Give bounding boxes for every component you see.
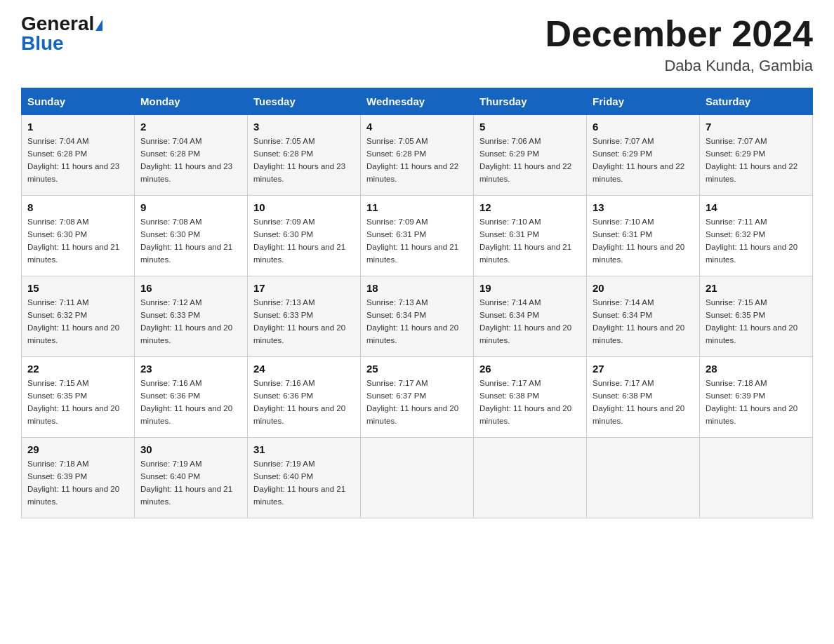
day-info: Sunrise: 7:10 AMSunset: 6:31 PMDaylight:… bbox=[479, 217, 571, 263]
day-info: Sunrise: 7:08 AMSunset: 6:30 PMDaylight:… bbox=[27, 217, 119, 263]
day-number: 8 bbox=[27, 201, 128, 213]
calendar-cell: 25 Sunrise: 7:17 AMSunset: 6:37 PMDaylig… bbox=[361, 357, 474, 438]
day-number: 17 bbox=[253, 282, 355, 294]
day-number: 23 bbox=[140, 363, 241, 375]
calendar-cell: 29 Sunrise: 7:18 AMSunset: 6:39 PMDaylig… bbox=[22, 438, 135, 518]
calendar-cell: 9 Sunrise: 7:08 AMSunset: 6:30 PMDayligh… bbox=[135, 196, 248, 276]
header-saturday: Saturday bbox=[700, 88, 813, 115]
day-info: Sunrise: 7:11 AMSunset: 6:32 PMDaylight:… bbox=[706, 217, 797, 263]
calendar-cell: 21 Sunrise: 7:15 AMSunset: 6:35 PMDaylig… bbox=[700, 276, 813, 357]
day-info: Sunrise: 7:16 AMSunset: 6:36 PMDaylight:… bbox=[253, 379, 345, 424]
day-info: Sunrise: 7:08 AMSunset: 6:30 PMDaylight:… bbox=[140, 217, 232, 263]
month-title: December 2024 bbox=[545, 14, 813, 54]
day-info: Sunrise: 7:07 AMSunset: 6:29 PMDaylight:… bbox=[593, 137, 684, 182]
calendar-cell: 13 Sunrise: 7:10 AMSunset: 6:31 PMDaylig… bbox=[587, 196, 700, 276]
day-number: 10 bbox=[253, 201, 355, 213]
calendar-cell: 26 Sunrise: 7:17 AMSunset: 6:38 PMDaylig… bbox=[474, 357, 587, 438]
day-info: Sunrise: 7:07 AMSunset: 6:29 PMDaylight:… bbox=[706, 137, 797, 182]
calendar-cell bbox=[474, 438, 587, 518]
calendar-week-row: 15 Sunrise: 7:11 AMSunset: 6:32 PMDaylig… bbox=[22, 276, 813, 357]
day-info: Sunrise: 7:12 AMSunset: 6:33 PMDaylight:… bbox=[140, 298, 232, 344]
day-number: 2 bbox=[140, 121, 241, 133]
day-info: Sunrise: 7:13 AMSunset: 6:34 PMDaylight:… bbox=[366, 298, 458, 344]
day-info: Sunrise: 7:05 AMSunset: 6:28 PMDaylight:… bbox=[253, 137, 345, 182]
header-friday: Friday bbox=[587, 88, 700, 115]
day-info: Sunrise: 7:15 AMSunset: 6:35 PMDaylight:… bbox=[706, 298, 797, 344]
day-info: Sunrise: 7:13 AMSunset: 6:33 PMDaylight:… bbox=[253, 298, 345, 344]
day-number: 25 bbox=[366, 363, 468, 375]
day-number: 14 bbox=[706, 201, 807, 213]
day-number: 31 bbox=[253, 443, 355, 455]
calendar-cell: 27 Sunrise: 7:17 AMSunset: 6:38 PMDaylig… bbox=[587, 357, 700, 438]
day-number: 28 bbox=[706, 363, 807, 375]
day-number: 13 bbox=[593, 201, 694, 213]
calendar-cell: 5 Sunrise: 7:06 AMSunset: 6:29 PMDayligh… bbox=[474, 115, 587, 196]
calendar-cell: 4 Sunrise: 7:05 AMSunset: 6:28 PMDayligh… bbox=[361, 115, 474, 196]
title-area: December 2024 Daba Kunda, Gambia bbox=[545, 14, 813, 75]
day-number: 6 bbox=[593, 121, 694, 133]
day-number: 15 bbox=[27, 282, 128, 294]
day-info: Sunrise: 7:09 AMSunset: 6:30 PMDaylight:… bbox=[253, 217, 345, 263]
day-info: Sunrise: 7:04 AMSunset: 6:28 PMDaylight:… bbox=[140, 137, 232, 182]
calendar-cell: 14 Sunrise: 7:11 AMSunset: 6:32 PMDaylig… bbox=[700, 196, 813, 276]
day-number: 30 bbox=[140, 443, 241, 455]
calendar-cell: 20 Sunrise: 7:14 AMSunset: 6:34 PMDaylig… bbox=[587, 276, 700, 357]
day-number: 18 bbox=[366, 282, 468, 294]
day-number: 16 bbox=[140, 282, 241, 294]
day-number: 21 bbox=[706, 282, 807, 294]
day-number: 19 bbox=[479, 282, 581, 294]
day-number: 4 bbox=[366, 121, 468, 133]
day-number: 26 bbox=[479, 363, 581, 375]
header-monday: Monday bbox=[135, 88, 248, 115]
day-info: Sunrise: 7:17 AMSunset: 6:38 PMDaylight:… bbox=[479, 379, 571, 424]
day-info: Sunrise: 7:09 AMSunset: 6:31 PMDaylight:… bbox=[366, 217, 458, 263]
calendar-cell: 10 Sunrise: 7:09 AMSunset: 6:30 PMDaylig… bbox=[248, 196, 361, 276]
day-info: Sunrise: 7:10 AMSunset: 6:31 PMDaylight:… bbox=[593, 217, 684, 263]
logo: General Blue bbox=[21, 14, 102, 53]
day-info: Sunrise: 7:04 AMSunset: 6:28 PMDaylight:… bbox=[27, 137, 119, 182]
calendar-cell: 19 Sunrise: 7:14 AMSunset: 6:34 PMDaylig… bbox=[474, 276, 587, 357]
calendar-cell: 18 Sunrise: 7:13 AMSunset: 6:34 PMDaylig… bbox=[361, 276, 474, 357]
day-number: 11 bbox=[366, 201, 468, 213]
header-wednesday: Wednesday bbox=[361, 88, 474, 115]
calendar-cell: 28 Sunrise: 7:18 AMSunset: 6:39 PMDaylig… bbox=[700, 357, 813, 438]
day-number: 12 bbox=[479, 201, 581, 213]
logo-blue: Blue bbox=[21, 32, 64, 54]
logo-triangle-icon bbox=[95, 20, 102, 31]
header-sunday: Sunday bbox=[22, 88, 135, 115]
logo-general: General bbox=[21, 13, 94, 34]
day-number: 5 bbox=[479, 121, 581, 133]
day-info: Sunrise: 7:19 AMSunset: 6:40 PMDaylight:… bbox=[253, 459, 345, 505]
day-info: Sunrise: 7:11 AMSunset: 6:32 PMDaylight:… bbox=[27, 298, 119, 344]
day-number: 7 bbox=[706, 121, 807, 133]
calendar-cell bbox=[361, 438, 474, 518]
logo-text: General Blue bbox=[21, 14, 102, 53]
calendar-cell: 30 Sunrise: 7:19 AMSunset: 6:40 PMDaylig… bbox=[135, 438, 248, 518]
calendar-cell: 1 Sunrise: 7:04 AMSunset: 6:28 PMDayligh… bbox=[22, 115, 135, 196]
day-info: Sunrise: 7:05 AMSunset: 6:28 PMDaylight:… bbox=[366, 137, 458, 182]
calendar-week-row: 22 Sunrise: 7:15 AMSunset: 6:35 PMDaylig… bbox=[22, 357, 813, 438]
day-number: 22 bbox=[27, 363, 128, 375]
calendar-cell: 24 Sunrise: 7:16 AMSunset: 6:36 PMDaylig… bbox=[248, 357, 361, 438]
calendar-cell: 23 Sunrise: 7:16 AMSunset: 6:36 PMDaylig… bbox=[135, 357, 248, 438]
day-number: 29 bbox=[27, 443, 128, 455]
calendar-cell: 15 Sunrise: 7:11 AMSunset: 6:32 PMDaylig… bbox=[22, 276, 135, 357]
day-number: 27 bbox=[593, 363, 694, 375]
location-title: Daba Kunda, Gambia bbox=[545, 57, 813, 75]
calendar-week-row: 29 Sunrise: 7:18 AMSunset: 6:39 PMDaylig… bbox=[22, 438, 813, 518]
day-info: Sunrise: 7:17 AMSunset: 6:37 PMDaylight:… bbox=[366, 379, 458, 424]
calendar-cell: 7 Sunrise: 7:07 AMSunset: 6:29 PMDayligh… bbox=[700, 115, 813, 196]
day-number: 20 bbox=[593, 282, 694, 294]
day-info: Sunrise: 7:16 AMSunset: 6:36 PMDaylight:… bbox=[140, 379, 232, 424]
header-tuesday: Tuesday bbox=[248, 88, 361, 115]
calendar-cell: 22 Sunrise: 7:15 AMSunset: 6:35 PMDaylig… bbox=[22, 357, 135, 438]
calendar-cell: 11 Sunrise: 7:09 AMSunset: 6:31 PMDaylig… bbox=[361, 196, 474, 276]
day-info: Sunrise: 7:14 AMSunset: 6:34 PMDaylight:… bbox=[593, 298, 684, 344]
day-info: Sunrise: 7:18 AMSunset: 6:39 PMDaylight:… bbox=[27, 459, 119, 505]
day-number: 1 bbox=[27, 121, 128, 133]
calendar-cell: 12 Sunrise: 7:10 AMSunset: 6:31 PMDaylig… bbox=[474, 196, 587, 276]
day-info: Sunrise: 7:14 AMSunset: 6:34 PMDaylight:… bbox=[479, 298, 571, 344]
calendar-week-row: 8 Sunrise: 7:08 AMSunset: 6:30 PMDayligh… bbox=[22, 196, 813, 276]
calendar-cell: 8 Sunrise: 7:08 AMSunset: 6:30 PMDayligh… bbox=[22, 196, 135, 276]
calendar-cell: 3 Sunrise: 7:05 AMSunset: 6:28 PMDayligh… bbox=[248, 115, 361, 196]
